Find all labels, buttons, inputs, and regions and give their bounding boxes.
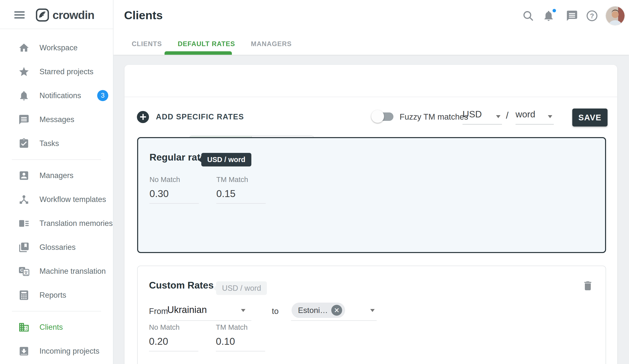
- tab-default-rates[interactable]: DEFAULT RATES: [178, 40, 235, 48]
- crowdin-logo[interactable]: crowdin: [36, 8, 94, 22]
- chevron-down-icon: [241, 309, 245, 312]
- notifications-bell-icon[interactable]: [542, 9, 556, 23]
- clients-building-icon: [18, 321, 30, 333]
- incoming-projects-icon: [18, 345, 30, 357]
- regular-rates-currency-badge: USD / word: [201, 153, 251, 166]
- sidebar-divider: [12, 311, 101, 311]
- unit-select[interactable]: word: [515, 109, 554, 124]
- currency-unit-separator: /: [506, 110, 509, 121]
- sidebar-item-label: Reports: [39, 291, 66, 300]
- home-icon: [18, 42, 30, 54]
- sidebar-item-label: Starred projects: [39, 67, 94, 76]
- user-avatar[interactable]: [606, 6, 625, 25]
- crowdin-logo-icon: [36, 8, 49, 22]
- chevron-down-icon: [370, 309, 375, 312]
- source-language-select[interactable]: Ukrainian: [167, 301, 251, 321]
- sidebar-item-managers[interactable]: Managers: [0, 163, 113, 187]
- sidebar-item-label: Notifications: [39, 91, 81, 100]
- main-panel: Services Translate Proofread ADD SPECIFI…: [125, 65, 617, 364]
- toggle-knob: [371, 110, 384, 123]
- sidebar-item-reports[interactable]: Reports: [0, 283, 113, 307]
- chevron-down-icon: [496, 115, 500, 118]
- notifications-count-badge: 3: [97, 90, 108, 101]
- no-match-field: No Match: [149, 323, 198, 352]
- chevron-down-icon: [548, 115, 552, 118]
- reports-icon: [18, 289, 30, 301]
- sidebar-divider: [12, 159, 101, 160]
- sidebar-item-glossaries[interactable]: Glossaries: [0, 235, 113, 259]
- no-match-field: No Match: [150, 176, 199, 204]
- no-match-label: No Match: [150, 176, 199, 184]
- tm-match-field: TM Match: [216, 176, 266, 204]
- sidebar-item-messages[interactable]: Messages: [0, 108, 113, 131]
- sidebar-item-tasks[interactable]: Tasks: [0, 131, 113, 155]
- add-specific-rates-button[interactable]: ADD SPECIFIC RATES: [137, 111, 244, 123]
- language-pair-row: From Ukrainian to Estoni… ✕: [149, 301, 519, 322]
- tm-match-input[interactable]: [216, 335, 265, 352]
- sidebar-item-starred-projects[interactable]: Starred projects: [0, 60, 113, 84]
- tm-match-label: TM Match: [216, 176, 266, 184]
- delete-custom-rates-button[interactable]: [580, 278, 595, 293]
- svg-text:?: ?: [590, 12, 594, 20]
- from-label: From: [149, 307, 168, 316]
- remove-language-icon[interactable]: ✕: [331, 305, 342, 316]
- sidebar-item-label: Managers: [39, 171, 73, 180]
- source-language-value: Ukrainian: [167, 305, 207, 315]
- sidebar-item-label: Translation memories: [39, 219, 113, 228]
- glossary-icon: [18, 242, 30, 253]
- sidebar-item-incoming-projects[interactable]: Incoming projects: [0, 339, 113, 363]
- tm-match-input[interactable]: [216, 187, 266, 204]
- sidebar-item-label: Tasks: [39, 139, 59, 148]
- save-button[interactable]: SAVE: [572, 109, 608, 126]
- target-language-chip: Estoni… ✕: [292, 303, 345, 318]
- tab-managers[interactable]: MANAGERS: [251, 40, 292, 48]
- workflow-icon: [18, 194, 30, 205]
- active-tab-indicator: [164, 51, 232, 55]
- page-title: Clients: [124, 8, 163, 22]
- custom-rates-currency-badge: USD / word: [216, 281, 267, 295]
- sidebar-item-translation-memories[interactable]: Translation memories: [0, 211, 113, 235]
- sidebar-item-clients[interactable]: Clients: [0, 315, 113, 339]
- target-language-chip-label: Estoni…: [298, 306, 328, 315]
- sidebar-header: crowdin: [0, 0, 113, 29]
- sidebar-item-workspace[interactable]: Workspace: [0, 36, 113, 60]
- chat-icon[interactable]: [565, 9, 579, 23]
- unit-value: word: [515, 109, 535, 119]
- sidebar-item-label: Workflow templates: [39, 195, 106, 204]
- search-icon[interactable]: [521, 9, 535, 23]
- tab-clients[interactable]: CLIENTS: [132, 40, 162, 48]
- sidebar-item-machine-translation[interactable]: G文 Machine translation: [0, 259, 113, 283]
- target-language-select[interactable]: Estoni… ✕: [291, 301, 377, 321]
- tm-match-label: TM Match: [216, 323, 265, 332]
- sidebar: crowdin Workspace Starred projects Notif…: [0, 0, 114, 364]
- trash-icon: [582, 280, 594, 292]
- section-divider: [125, 97, 617, 97]
- hamburger-menu-icon[interactable]: [14, 11, 25, 20]
- star-icon: [18, 66, 30, 78]
- top-header: Clients CLIENTS DEFAULT RATES MANAGERS ?: [114, 0, 629, 55]
- crowdin-app: crowdin Workspace Starred projects Notif…: [0, 0, 629, 364]
- sidebar-item-notifications[interactable]: Notifications 3: [0, 84, 113, 108]
- fuzzy-tm-toggle[interactable]: [371, 110, 393, 123]
- currency-select[interactable]: USD: [463, 109, 502, 124]
- to-label: to: [272, 307, 279, 316]
- no-match-input[interactable]: [149, 335, 198, 352]
- tasks-icon: [18, 138, 30, 149]
- message-icon: [18, 114, 30, 125]
- no-match-label: No Match: [149, 323, 198, 332]
- add-specific-rates-label: ADD SPECIFIC RATES: [156, 113, 244, 121]
- sidebar-item-label: Incoming projects: [39, 347, 99, 356]
- sidebar-item-label: Workspace: [39, 43, 78, 52]
- help-icon[interactable]: ?: [585, 9, 599, 23]
- plus-icon: [137, 111, 149, 123]
- logo-text: crowdin: [52, 8, 94, 22]
- svg-text:文: 文: [24, 270, 28, 275]
- unread-dot: [552, 8, 557, 13]
- tm-match-field: TM Match: [216, 323, 265, 352]
- person-card-icon: [18, 170, 30, 182]
- currency-value: USD: [463, 109, 482, 119]
- fuzzy-tm-label: Fuzzy TM matches: [400, 112, 468, 121]
- sidebar-item-workflow-templates[interactable]: Workflow templates: [0, 187, 113, 211]
- no-match-input[interactable]: [150, 187, 199, 204]
- machine-translation-icon: G文: [18, 265, 30, 277]
